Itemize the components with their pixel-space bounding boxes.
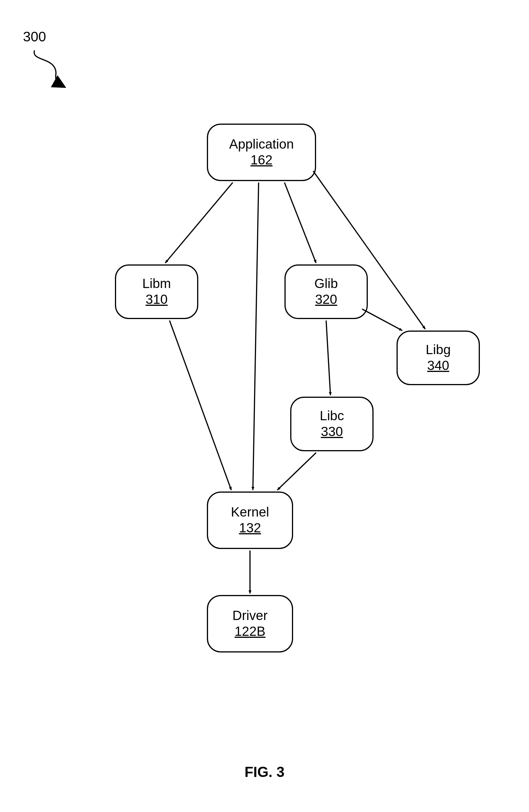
node-libm-ref: 310 [146,291,168,307]
node-application-title: Application [229,137,294,151]
figure-number-arrow [0,0,529,812]
figure-number: 300 [23,29,46,45]
node-driver-ref: 122B [234,623,265,639]
node-glib-ref: 320 [315,291,337,307]
node-kernel-ref: 132 [239,520,261,536]
node-driver: Driver 122B [207,595,293,652]
edge-libm-kernel [170,320,231,490]
edge-application-kernel [253,183,259,490]
node-driver-title: Driver [233,609,268,622]
node-libm: Libm 310 [115,264,198,319]
node-application-ref: 162 [251,152,273,168]
node-libg-ref: 340 [427,358,450,373]
node-kernel-title: Kernel [231,505,269,519]
edge-libc-kernel [277,453,316,490]
node-kernel: Kernel 132 [207,492,293,549]
node-libc-ref: 330 [321,424,343,439]
edge-application-libm [165,183,233,263]
node-libm-title: Libm [142,276,171,290]
node-glib: Glib 320 [284,264,368,319]
figure-caption: FIG. 3 [0,764,529,780]
edges-layer [0,0,529,812]
edge-application-glib [284,183,316,263]
node-libg: Libg 340 [397,331,480,385]
node-libc-title: Libc [320,409,344,422]
edge-glib-libc [326,320,330,395]
node-libg-title: Libg [426,343,451,357]
node-libc: Libc 330 [290,397,373,451]
edge-glib-libg [362,309,402,331]
node-glib-title: Glib [314,276,338,290]
node-application: Application 162 [207,124,316,181]
diagram-page: 300 Application 162 Libm 310 Glib 320 Li… [0,0,529,812]
